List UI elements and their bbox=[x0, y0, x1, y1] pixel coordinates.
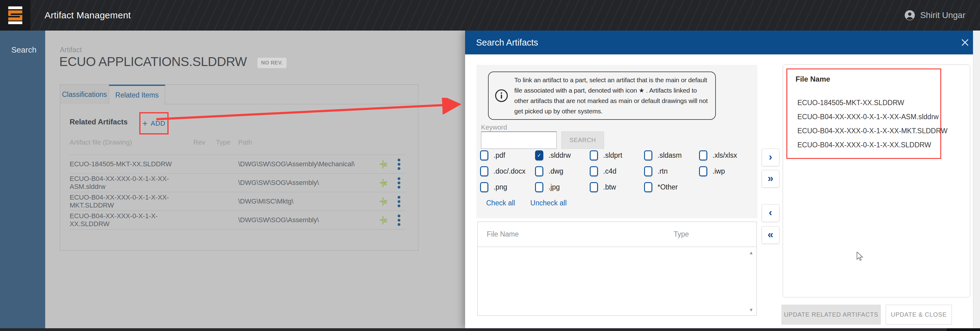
cell-file: ECUO-B04-XX-XXX-0-X-1-X-XX-ASM.slddrw bbox=[70, 175, 193, 191]
table-row[interactable]: ECUO-B04-XX-XXX-0-X-1-X-XX-ASM.slddrw \D… bbox=[70, 174, 406, 192]
selected-files-list: ECUO-184505-MKT-XX.SLDDRWECUO-B04-XX-XXX… bbox=[797, 96, 948, 152]
move-all-left-button[interactable]: « bbox=[762, 226, 780, 244]
checkbox-icon bbox=[699, 150, 707, 160]
svg-text:e: e bbox=[383, 160, 387, 168]
filter-checkbox-dwg[interactable]: .dwg bbox=[535, 166, 590, 176]
selected-files-header: File Name bbox=[795, 75, 830, 83]
keyword-label: Keyword bbox=[481, 123, 507, 131]
dialog-scrollbar-track[interactable] bbox=[973, 30, 980, 328]
no-rev-badge: NO REV. bbox=[258, 58, 286, 68]
cell-file: ECUO-B04-XX-XXX-0-X-1-X-XX.SLDDRW bbox=[70, 212, 193, 228]
filter-checkbox-pdf[interactable]: .pdf bbox=[480, 150, 535, 160]
column-artifact-file: Artifact file (Drawing) bbox=[70, 138, 193, 146]
move-all-right-button[interactable]: » bbox=[762, 170, 780, 188]
page-title: Artifact Management bbox=[45, 10, 131, 21]
tab-strip: Classifications Related Items bbox=[60, 85, 418, 104]
account-icon bbox=[904, 10, 915, 21]
cell-file: ECUO-B04-XX-XXX-0-X-1-X-XX-MKT.SLDDRW bbox=[70, 193, 193, 209]
update-and-close-button[interactable]: UPDATE & CLOSE bbox=[886, 305, 952, 325]
filter-checkbox-jpg[interactable]: .jpg bbox=[535, 182, 590, 192]
checkbox-icon bbox=[590, 150, 598, 160]
selected-file-item[interactable]: ECUO-B04-XX-XXX-0-X-1-X-XX-ASM.slddrw bbox=[797, 110, 948, 124]
selected-files-panel: File Name ECUO-184505-MKT-XX.SLDDRWECUO-… bbox=[783, 64, 970, 297]
dialog-title: Search Artifacts bbox=[476, 38, 538, 48]
edrawing-link-icon[interactable]: e bbox=[374, 177, 392, 188]
check-all-link[interactable]: Check all bbox=[486, 199, 515, 207]
scroll-up-icon[interactable]: ▲ bbox=[749, 250, 753, 255]
filter-checkbox-other[interactable]: *Other bbox=[644, 182, 699, 192]
checkbox-icon bbox=[590, 166, 598, 176]
selected-files-highlight: File Name ECUO-184505-MKT-XX.SLDDRWECUO-… bbox=[786, 69, 941, 159]
filter-checkbox-btw[interactable]: .btw bbox=[590, 182, 644, 192]
related-artifacts-label: Related Artifacts bbox=[70, 118, 128, 126]
add-button-highlight: + ADD bbox=[139, 112, 169, 134]
move-right-button[interactable]: › bbox=[762, 149, 780, 166]
tab-related-items[interactable]: Related Items bbox=[109, 85, 165, 104]
table-row[interactable]: ECUO-184505-MKT-XX.SLDDRW \DWG\SW\SOG\As… bbox=[70, 155, 406, 174]
filter-checkbox-sldasm[interactable]: .sldasm bbox=[644, 150, 699, 160]
selected-file-item[interactable]: ECUO-184505-MKT-XX.SLDDRW bbox=[797, 96, 948, 110]
row-menu-icon[interactable] bbox=[398, 214, 400, 226]
checkbox-icon bbox=[480, 182, 488, 192]
edrawing-link-icon[interactable]: e bbox=[374, 196, 392, 206]
brand-s-icon bbox=[6, 6, 24, 25]
column-rev: Rev bbox=[193, 138, 216, 146]
sidebar: Search bbox=[0, 30, 45, 328]
checkbox-icon bbox=[644, 166, 652, 176]
move-left-button[interactable]: ‹ bbox=[762, 204, 780, 222]
filter-checkbox-sldprt[interactable]: .sldprt bbox=[590, 150, 644, 160]
artifact-label: Artifact bbox=[60, 46, 82, 54]
selected-file-item[interactable]: ECUO-B04-XX-XXX-0-X-1-X-XX-MKT.SLDDRW bbox=[797, 124, 948, 138]
info-box: To link an artifact to a part, select an… bbox=[488, 72, 716, 120]
app-logo[interactable] bbox=[0, 0, 30, 30]
uncheck-all-link[interactable]: Uncheck all bbox=[530, 199, 567, 207]
cell-path: \DWG\SW\SOG\Assembly\ bbox=[238, 179, 374, 187]
edrawing-link-icon[interactable]: e bbox=[374, 159, 392, 169]
svg-text:e: e bbox=[383, 197, 387, 205]
table-row[interactable]: ECUO-B04-XX-XXX-0-X-1-X-XX.SLDDRW \DWG\S… bbox=[70, 211, 406, 230]
filter-checkbox-iwp[interactable]: .iwp bbox=[699, 166, 757, 176]
cell-path: \DWG\SW\SOG\Assembly\ bbox=[238, 216, 374, 224]
keyword-input[interactable] bbox=[481, 131, 557, 149]
dialog-header: Search Artifacts bbox=[465, 30, 980, 54]
search-button[interactable]: SEARCH bbox=[561, 131, 604, 149]
top-bar: Artifact Management Shirit Ungar bbox=[0, 0, 980, 30]
scroll-down-icon[interactable]: ▼ bbox=[749, 307, 753, 312]
svg-text:e: e bbox=[383, 179, 387, 187]
svg-text:e: e bbox=[383, 216, 387, 224]
row-menu-icon[interactable] bbox=[398, 177, 400, 189]
filter-checkbox-c4d[interactable]: .c4d bbox=[590, 166, 644, 176]
filter-grid: .pdf ✓ .slddrw .sldprt .sldasm .xls/xlsx… bbox=[480, 147, 757, 195]
filter-checkbox-xlsxlsx[interactable]: .xls/xlsx bbox=[699, 150, 757, 160]
row-menu-icon[interactable] bbox=[398, 196, 400, 207]
selected-file-item[interactable]: ECUO-B04-XX-XXX-0-X-1-X-XX.SLDDRW bbox=[797, 138, 948, 152]
cell-path: \DWG\SW\SOG\Assembly\Mechanical\ bbox=[238, 160, 374, 168]
bottom-edge-bar-dark bbox=[947, 328, 980, 331]
checkbox-icon bbox=[480, 150, 488, 160]
tab-classifications[interactable]: Classifications bbox=[60, 85, 109, 104]
filter-checkbox-png[interactable]: .png bbox=[480, 182, 535, 192]
row-menu-icon[interactable] bbox=[398, 158, 400, 170]
artifact-title: ECUO APPLICATIONS.SLDDRW bbox=[59, 54, 247, 69]
table-row[interactable]: ECUO-B04-XX-XXX-0-X-1-X-XX-MKT.SLDDRW \D… bbox=[70, 192, 406, 211]
add-button[interactable]: + ADD bbox=[143, 120, 165, 128]
filter-checkbox-docdocx[interactable]: .doc/.docx bbox=[480, 166, 535, 176]
checkbox-icon bbox=[590, 182, 598, 192]
checkbox-icon bbox=[644, 150, 652, 160]
checkbox-icon: ✓ bbox=[535, 150, 543, 160]
plus-icon: + bbox=[143, 120, 148, 126]
results-column-file-name: File Name bbox=[487, 230, 674, 238]
checkbox-icon bbox=[644, 182, 652, 192]
results-table: File Name Type ▲ ▼ bbox=[477, 222, 757, 316]
column-type: Type bbox=[216, 138, 238, 146]
update-related-artifacts-button[interactable]: UPDATE RELATED ARTIFACTS bbox=[781, 305, 881, 325]
close-icon[interactable] bbox=[961, 38, 969, 46]
filter-checkbox-rtn[interactable]: .rtn bbox=[644, 166, 699, 176]
checkbox-icon bbox=[480, 166, 488, 176]
related-items-card: Classifications Related Items Related Ar… bbox=[60, 84, 418, 251]
sidebar-item-search[interactable]: Search bbox=[11, 45, 37, 55]
edrawing-link-icon[interactable]: e bbox=[374, 215, 392, 225]
filter-checkbox-slddrw[interactable]: ✓ .slddrw bbox=[535, 150, 590, 160]
related-table-header: Artifact file (Drawing) Rev Type Path bbox=[70, 138, 406, 146]
user-menu[interactable]: Shirit Ungar bbox=[904, 10, 965, 21]
